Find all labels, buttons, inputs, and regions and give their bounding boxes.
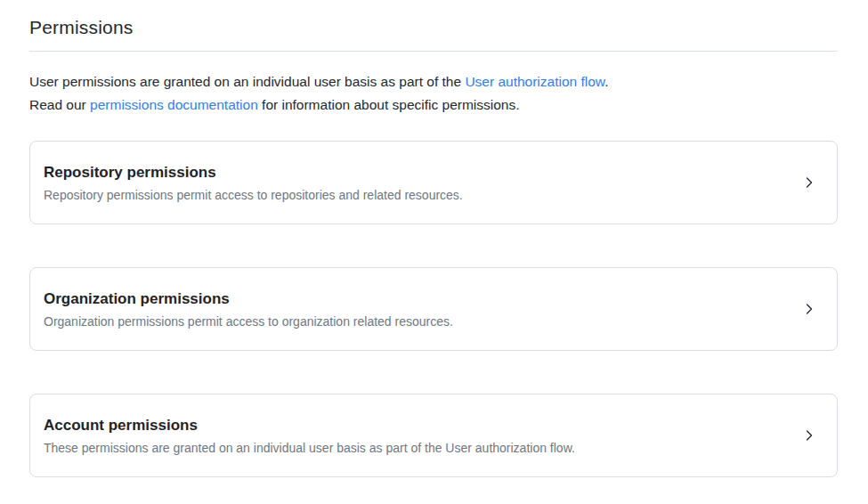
card-repository-permissions[interactable]: Repository permissions Repository permis…: [29, 141, 838, 224]
intro-text: User permissions are granted on an indiv…: [29, 70, 838, 117]
chevron-right-icon[interactable]: [801, 175, 817, 191]
card-title: Repository permissions: [44, 163, 463, 183]
card-text-block: Repository permissions Repository permis…: [44, 163, 463, 203]
card-description: These permissions are granted on an indi…: [44, 440, 575, 456]
card-description: Organization permissions permit access t…: [44, 313, 453, 329]
card-description: Repository permissions permit access to …: [44, 187, 463, 203]
card-account-permissions[interactable]: Account permissions These permissions ar…: [29, 394, 838, 477]
card-title: Organization permissions: [44, 289, 453, 309]
chevron-right-icon[interactable]: [801, 301, 817, 317]
card-organization-permissions[interactable]: Organization permissions Organization pe…: [29, 267, 838, 351]
intro-line2-text: Read our: [29, 97, 90, 112]
card-title: Account permissions: [44, 416, 575, 435]
intro-line1-period: .: [604, 74, 608, 89]
user-authorization-flow-link[interactable]: User authorization flow: [465, 74, 604, 89]
card-text-block: Organization permissions Organization pe…: [44, 289, 453, 329]
card-text-block: Account permissions These permissions ar…: [44, 416, 575, 456]
page-title: Permissions: [29, 16, 838, 39]
chevron-right-icon[interactable]: [801, 427, 817, 443]
permissions-page: Permissions User permissions are granted…: [0, 0, 868, 504]
permissions-documentation-link[interactable]: permissions documentation: [90, 97, 258, 112]
title-divider: [29, 51, 838, 52]
intro-line2-rest: for information about specific permissio…: [258, 97, 520, 112]
intro-line1-text: User permissions are granted on an indiv…: [29, 74, 465, 89]
